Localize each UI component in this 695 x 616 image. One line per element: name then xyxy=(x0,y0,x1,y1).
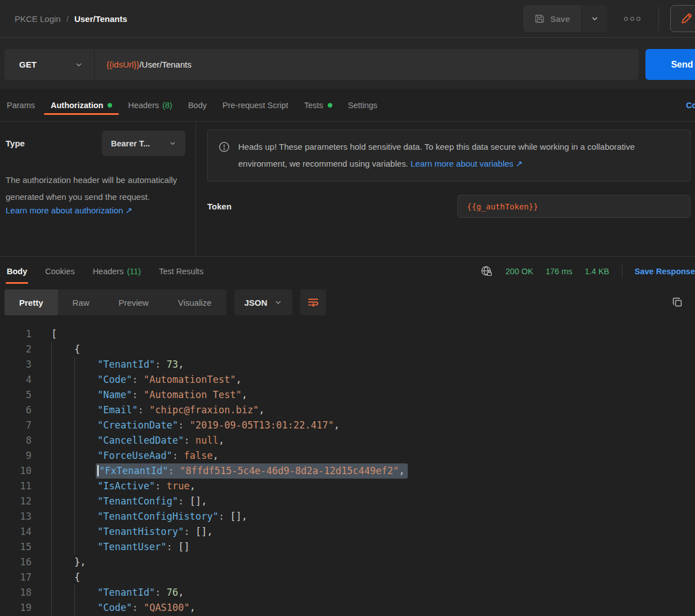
tab-settings[interactable]: Settings xyxy=(340,89,385,121)
code-line[interactable]: 10"FxTenantId": "8ffdf515-5c4e-46d9-8d2a… xyxy=(0,463,695,479)
view-pretty-button[interactable]: Pretty xyxy=(5,289,58,315)
save-dropdown-button[interactable] xyxy=(581,5,607,32)
response-time[interactable]: 176 ms xyxy=(546,267,573,276)
code-line[interactable]: 7"CreationDate": "2019-09-05T13:01:22.41… xyxy=(0,418,695,433)
method-label: GET xyxy=(19,60,37,69)
response-header: Body Cookies Headers (11) Test Results xyxy=(0,257,695,286)
line-number: 10 xyxy=(0,463,32,479)
response-size[interactable]: 1.4 KB xyxy=(585,267,609,276)
header-actions: Save xyxy=(523,5,695,32)
token-label: Token xyxy=(207,202,231,211)
code-line[interactable]: 5"Name": "Automation Test", xyxy=(0,387,695,403)
meta-divider xyxy=(622,264,622,279)
token-row: Token {{g_authToken}} xyxy=(207,195,690,218)
tab-body-label: Body xyxy=(188,101,207,110)
code-line[interactable]: 16}, xyxy=(0,555,695,570)
status-badge[interactable]: 200 OK xyxy=(506,267,533,276)
more-options-icon xyxy=(624,17,640,21)
code-line[interactable]: 9"ForceUseAad": false, xyxy=(0,448,695,463)
copy-response-button[interactable] xyxy=(671,296,684,309)
token-input[interactable]: {{g_authToken}} xyxy=(457,195,690,218)
tab-headers[interactable]: Headers (8) xyxy=(120,89,180,121)
code-line[interactable]: 14"TenantHistory": [], xyxy=(0,524,695,539)
code-line[interactable]: 4"Code": "AutomationTest", xyxy=(0,372,695,387)
code-line[interactable]: 11"IsActive": true, xyxy=(0,479,695,494)
language-selector[interactable]: JSON xyxy=(234,289,292,315)
response-tab-cookies[interactable]: Cookies xyxy=(44,257,75,286)
tab-authorization[interactable]: Authorization xyxy=(43,89,120,121)
view-raw-button[interactable]: Raw xyxy=(58,289,104,315)
save-response-button[interactable]: Save Response xyxy=(635,267,695,276)
network-globe-lock-icon[interactable] xyxy=(480,265,493,278)
code-text: "TenantId": 76, xyxy=(97,585,184,600)
line-number: 19 xyxy=(0,600,32,615)
code-line[interactable]: 12"TenantConfig": [], xyxy=(0,494,695,509)
response-meta: 200 OK 176 ms 1.4 KB Save Response xyxy=(480,264,695,279)
indent-guide xyxy=(51,539,74,555)
auth-type-selector[interactable]: Bearer T... xyxy=(102,131,185,156)
view-preview-button[interactable]: Preview xyxy=(104,289,163,315)
indent-guide xyxy=(74,357,97,372)
indent-guide xyxy=(51,570,74,585)
indent-guide xyxy=(51,372,74,387)
indent-guide xyxy=(51,448,74,463)
indent-guide xyxy=(51,494,74,509)
response-tab-headers[interactable]: Headers (11) xyxy=(92,257,142,286)
code-text: "CreationDate": "2019-09-05T13:01:22.417… xyxy=(97,418,340,433)
code-text: { xyxy=(74,342,80,357)
tab-tests[interactable]: Tests xyxy=(296,89,340,121)
code-line[interactable]: 13"TenantConfigHistory": [], xyxy=(0,509,695,524)
learn-more-variables-link[interactable]: Learn more about variables ↗ xyxy=(411,159,523,168)
breadcrumb-collection[interactable]: PKCE Login xyxy=(15,14,61,24)
tab-params[interactable]: Params xyxy=(6,89,43,121)
wrap-text-button[interactable] xyxy=(300,289,326,315)
code-line[interactable]: 17{ xyxy=(0,570,695,585)
line-number: 7 xyxy=(0,418,32,433)
indent-guide xyxy=(51,418,74,433)
method-selector[interactable]: GET xyxy=(5,49,95,80)
indent-guide xyxy=(51,463,74,479)
indent-guide xyxy=(74,433,97,448)
learn-more-variables-text: Learn more about variables xyxy=(411,159,514,168)
code-line[interactable]: 6"Email": "chipc@fraxion.biz", xyxy=(0,403,695,418)
save-button[interactable]: Save xyxy=(523,5,581,32)
code-line[interactable]: 1[ xyxy=(0,327,695,342)
code-text: "TenantId": 73, xyxy=(97,357,184,372)
banner-text: Heads up! These parameters hold sensitiv… xyxy=(238,139,680,172)
tab-body[interactable]: Body xyxy=(180,89,215,121)
code-line[interactable]: 15"TenantUser": [] xyxy=(0,539,695,555)
more-options-button[interactable] xyxy=(620,12,645,25)
line-number: 18 xyxy=(0,585,32,600)
breadcrumb-request-name: User/Tenants xyxy=(74,14,127,24)
response-tab-body[interactable]: Body xyxy=(6,257,28,286)
tab-headers-label: Headers xyxy=(128,101,159,110)
line-number: 8 xyxy=(0,433,32,448)
code-line[interactable]: 8"CancelledDate": null, xyxy=(0,433,695,448)
response-section: Body Cookies Headers (11) Test Results xyxy=(0,257,695,615)
view-visualize-button[interactable]: Visualize xyxy=(163,289,226,315)
tab-pre-request-label: Pre-request Script xyxy=(222,101,288,110)
indent-guide xyxy=(51,342,74,357)
header-divider xyxy=(658,6,659,31)
send-button[interactable]: Send xyxy=(645,49,695,80)
tests-status-dot xyxy=(328,103,332,108)
tab-settings-label: Settings xyxy=(348,101,377,110)
indent-guide xyxy=(74,494,97,509)
code-line[interactable]: 18"TenantId": 76, xyxy=(0,585,695,600)
code-line[interactable]: 19"Code": "QAS100", xyxy=(0,600,695,615)
url-input[interactable]: {{idsUrl}}/User/Tenants xyxy=(95,49,639,80)
chevron-down-icon xyxy=(75,61,83,69)
edit-button[interactable] xyxy=(670,5,695,32)
code-text: "TenantHistory": [], xyxy=(97,524,213,539)
indent-guide xyxy=(51,387,74,403)
response-tab-test-results[interactable]: Test Results xyxy=(158,257,204,286)
code-text: "CancelledDate": null, xyxy=(97,433,224,448)
auth-type-value: Bearer T... xyxy=(111,139,150,148)
code-line[interactable]: 3"TenantId": 73, xyxy=(0,357,695,372)
cookies-link[interactable]: Cookies xyxy=(686,101,695,110)
code-line[interactable]: 2{ xyxy=(0,342,695,357)
code-text: [ xyxy=(51,327,57,342)
tab-pre-request-script[interactable]: Pre-request Script xyxy=(215,89,296,121)
headers-count-badge: (8) xyxy=(162,101,172,110)
learn-more-authorization-link[interactable]: Learn more about authorization ↗ xyxy=(6,206,132,215)
